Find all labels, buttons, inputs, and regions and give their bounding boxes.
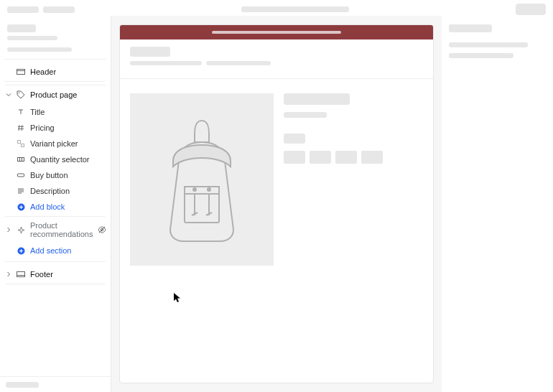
preview-canvas[interactable] <box>119 24 434 383</box>
add-block-button[interactable]: Add block <box>14 199 106 215</box>
svg-rect-8 <box>18 174 24 177</box>
hash-icon <box>16 123 26 133</box>
footer-bar-icon <box>16 269 26 279</box>
topbar-action[interactable] <box>516 4 546 15</box>
plus-circle-icon <box>16 246 26 256</box>
preview-area <box>111 16 442 392</box>
caret-right-icon <box>6 227 11 233</box>
top-bar <box>0 0 553 16</box>
block-variant-picker-label: Variant picker <box>30 139 78 148</box>
hidden-eye-icon[interactable] <box>97 225 107 235</box>
section-header[interactable]: Header <box>4 62 106 82</box>
header-bar-icon <box>16 67 26 77</box>
preview-header <box>120 39 433 79</box>
tag-icon <box>16 90 26 100</box>
block-buy-button[interactable]: Buy button <box>14 167 106 183</box>
section-product-page[interactable]: Product page <box>4 85 106 103</box>
add-section-button[interactable]: Add section <box>4 243 106 262</box>
sidebar: Header Product page Title Pricing V <box>0 16 111 392</box>
topbar-center <box>80 6 510 12</box>
sparkle-icon <box>16 225 26 235</box>
block-title-label: Title <box>30 108 45 116</box>
caret-right-icon <box>6 271 11 277</box>
preview-body <box>120 79 433 280</box>
sidebar-theme-info <box>4 22 106 60</box>
paragraph-icon <box>16 186 26 196</box>
block-pricing-label: Pricing <box>30 123 55 132</box>
caret-down-icon <box>6 92 11 98</box>
block-pricing[interactable]: Pricing <box>14 120 106 136</box>
svg-rect-3 <box>18 141 21 144</box>
block-variant-picker[interactable]: Variant picker <box>14 136 106 151</box>
product-image[interactable] <box>130 93 274 266</box>
quantity-icon <box>16 154 26 164</box>
settings-panel <box>442 16 553 392</box>
svg-rect-15 <box>185 187 219 223</box>
text-type-icon <box>16 107 26 117</box>
section-recommendations-label: Product recommendations <box>30 221 93 238</box>
sidebar-footer <box>0 376 111 392</box>
section-header-label: Header <box>30 67 56 76</box>
add-section-label: Add section <box>30 246 71 255</box>
section-footer[interactable]: Footer <box>4 265 106 284</box>
svg-point-19 <box>193 188 196 191</box>
section-product-page-label: Product page <box>30 90 77 99</box>
block-title[interactable]: Title <box>14 104 106 120</box>
plus-circle-icon <box>16 202 26 212</box>
svg-rect-13 <box>17 272 25 277</box>
variant-swatches[interactable] <box>284 151 423 169</box>
svg-rect-16 <box>185 187 219 194</box>
section-footer-label: Footer <box>30 270 53 279</box>
svg-point-20 <box>208 188 210 191</box>
topbar-left <box>7 6 75 13</box>
button-icon <box>16 170 26 180</box>
svg-rect-4 <box>22 144 24 147</box>
section-product-recommendations[interactable]: Product recommendations <box>4 216 106 241</box>
block-description[interactable]: Description <box>14 183 106 199</box>
block-quantity-label: Quantity selector <box>30 155 90 164</box>
svg-rect-0 <box>17 70 25 75</box>
announcement-bar[interactable] <box>120 25 433 39</box>
block-quantity-selector[interactable]: Quantity selector <box>14 151 106 167</box>
add-block-label: Add block <box>30 202 65 211</box>
block-description-label: Description <box>30 187 70 195</box>
variant-icon <box>16 139 26 149</box>
product-info <box>284 93 423 266</box>
svg-rect-5 <box>18 158 24 162</box>
product-page-blocks: Title Pricing Variant picker Quantity se… <box>4 104 106 215</box>
svg-point-2 <box>19 93 20 94</box>
block-buy-button-label: Buy button <box>30 171 68 179</box>
